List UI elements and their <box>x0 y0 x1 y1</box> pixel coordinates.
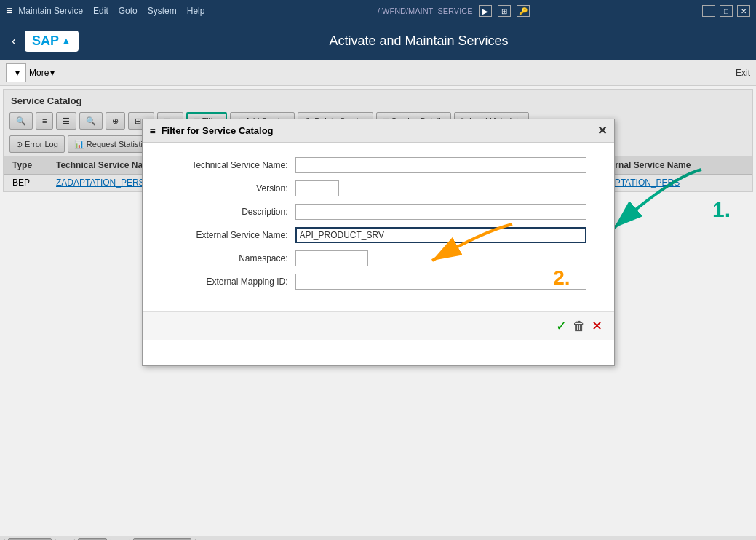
title-bar-win-btn-create[interactable]: ⊞ <box>498 5 511 17</box>
sap-logo-triangle: ▲ <box>61 35 71 47</box>
title-bar-win-btn-play[interactable]: ▶ <box>479 5 492 17</box>
main-wrapper: Service Catalog 🔍 ≡ ☰ 🔍 ⊕ ⊞▾ ⊟▾ ▽ Filter… <box>0 86 756 540</box>
sap-logo-text: SAP <box>32 33 59 49</box>
dialog-title-bar: ≡ Filter for Service Catalog ✕ <box>143 119 614 143</box>
title-bar-right: _ □ ✕ <box>702 5 750 17</box>
dialog-footer: ✓ 🗑 ✕ <box>143 311 614 340</box>
nav-system[interactable]: System <box>148 6 177 16</box>
more-button[interactable]: More ▾ <box>29 68 55 78</box>
main-toolbar: ▾ More ▾ Exit <box>0 60 756 86</box>
tech-name-label: Technical Service Name: <box>164 160 288 170</box>
scroll-left-arrow-2[interactable]: ‹ <box>70 537 78 540</box>
nav-goto[interactable]: Goto <box>119 6 138 16</box>
scroll-right-arrow-3[interactable]: › <box>191 537 199 540</box>
form-row-version: Version: <box>164 180 592 196</box>
dialog-title: Filter for Service Catalog <box>162 125 274 136</box>
nav-edit[interactable]: Edit <box>93 6 108 16</box>
scroll-thumb-2[interactable] <box>78 538 107 541</box>
more-chevron-icon: ▾ <box>50 68 55 78</box>
dialog-body: Technical Service Name: Version: Descrip… <box>143 143 614 311</box>
dialog-title-left: ≡ Filter for Service Catalog <box>150 125 274 137</box>
version-label: Version: <box>164 183 288 194</box>
title-bar: ≡ Maintain Service Edit Goto System Help… <box>0 0 756 22</box>
nav-help[interactable]: Help <box>187 6 205 16</box>
form-row-mapping-id: External Mapping ID: <box>164 274 592 290</box>
external-service-label: External Service Name: <box>164 230 288 240</box>
external-service-input[interactable] <box>295 227 586 243</box>
scroll-right-arrow[interactable]: › <box>52 537 60 540</box>
sap-logo: SAP ▲ <box>25 31 79 52</box>
form-row-external: External Service Name: <box>164 227 592 243</box>
namespace-label: Namespace: <box>164 253 288 263</box>
title-bar-center: /IWFND/MAINT_SERVICE ▶ ⊞ 🔑 <box>378 5 530 17</box>
description-label: Description: <box>164 207 288 217</box>
exit-button[interactable]: Exit <box>736 68 750 78</box>
form-row-tech-name: Technical Service Name: <box>164 157 592 173</box>
dropdown-chevron-icon: ▾ <box>15 68 20 78</box>
annotation-1-label: 1. <box>712 197 731 221</box>
form-row-description: Description: <box>164 204 592 220</box>
app-header: ‹ SAP ▲ Activate and Maintain Services <box>0 22 756 60</box>
mapping-id-label: External Mapping ID: <box>164 277 288 287</box>
annotation-1: 1. <box>712 197 731 222</box>
scroll-left-arrow-3[interactable]: ‹ <box>125 537 133 540</box>
scroll-right-arrow-2[interactable]: › <box>107 537 115 540</box>
scroll-bar-horizontal: ‹ › ‹ › ‹ › <box>0 536 756 540</box>
description-input[interactable] <box>295 204 586 220</box>
main-content: Service Catalog 🔍 ≡ ☰ 🔍 ⊕ ⊞▾ ⊟▾ ▽ Filter… <box>3 89 753 192</box>
back-button[interactable]: ‹ <box>12 33 16 49</box>
title-bar-path: /IWFND/MAINT_SERVICE <box>378 7 473 15</box>
scroll-thumb-3[interactable] <box>133 538 191 541</box>
dialog-overlay: ≡ Filter for Service Catalog ✕ Technical… <box>4 90 752 191</box>
scroll-left-arrow[interactable]: ‹ <box>0 537 8 540</box>
nav-maintain-service[interactable]: Maintain Service <box>18 6 83 16</box>
minimize-btn[interactable]: _ <box>702 5 715 17</box>
dialog-delete-button[interactable]: 🗑 <box>573 319 586 334</box>
filter-dialog: ≡ Filter for Service Catalog ✕ Technical… <box>142 119 615 366</box>
dialog-menu-icon[interactable]: ≡ <box>150 125 156 137</box>
toolbar-dropdown[interactable]: ▾ <box>6 63 26 82</box>
dialog-confirm-button[interactable]: ✓ <box>556 318 567 334</box>
namespace-input[interactable] <box>295 250 368 266</box>
restore-btn[interactable]: □ <box>720 5 733 17</box>
dialog-close-button[interactable]: ✕ <box>597 124 607 138</box>
form-row-namespace: Namespace: <box>164 250 592 266</box>
dialog-cancel-button[interactable]: ✕ <box>592 318 602 334</box>
menu-icon[interactable]: ≡ <box>6 4 12 17</box>
title-bar-left: ≡ Maintain Service Edit Goto System Help <box>6 4 204 17</box>
title-bar-nav: Maintain Service Edit Goto System Help <box>18 6 204 16</box>
close-btn[interactable]: ✕ <box>737 5 750 17</box>
tech-name-input[interactable] <box>295 157 586 173</box>
title-bar-win-btn-key[interactable]: 🔑 <box>517 5 530 17</box>
more-label: More <box>29 68 49 78</box>
mapping-id-input[interactable] <box>295 274 586 290</box>
app-title: Activate and Maintain Services <box>93 33 744 49</box>
version-input[interactable] <box>295 180 339 196</box>
scroll-thumb[interactable] <box>8 538 52 541</box>
